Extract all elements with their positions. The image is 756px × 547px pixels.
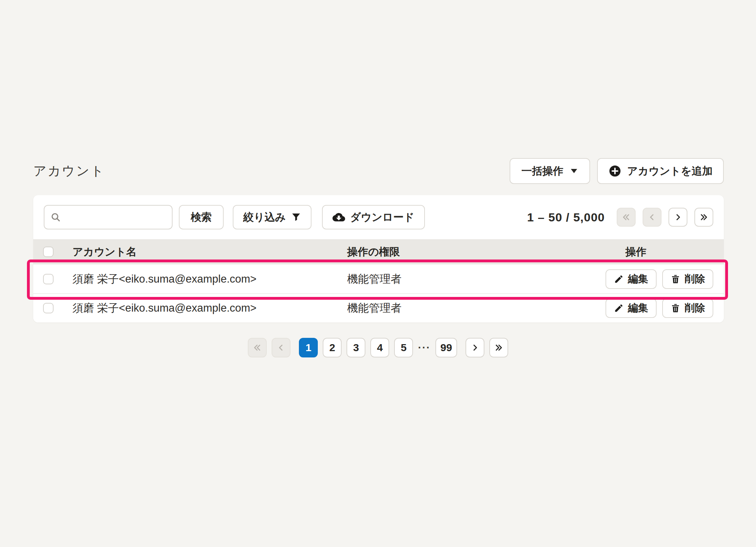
- chevron-down-icon: [570, 168, 578, 174]
- delete-button[interactable]: 削除: [662, 269, 713, 289]
- double-chevron-left-icon: [253, 343, 262, 352]
- filter-button[interactable]: 絞り込み: [233, 205, 312, 229]
- search-button-label: 検索: [191, 212, 212, 222]
- chevron-left-icon: [648, 213, 657, 222]
- bulk-actions-label: 一括操作: [522, 166, 564, 176]
- filter-funnel-icon: [291, 212, 301, 222]
- add-account-button[interactable]: アカウントを追加: [597, 158, 724, 184]
- account-name-cell: 須磨 栄子<eiko.suma@example.com>: [72, 272, 257, 286]
- top-pager: [617, 208, 713, 227]
- page-button-1[interactable]: 1: [299, 338, 318, 357]
- bulk-actions-button[interactable]: 一括操作: [510, 158, 590, 184]
- table-header: アカウント名 操作の権限 操作: [33, 239, 724, 264]
- search-button[interactable]: 検索: [179, 205, 224, 229]
- column-header-permission: 操作の権限: [347, 245, 400, 259]
- header-actions: 一括操作 アカウントを追加: [510, 158, 724, 184]
- download-button[interactable]: ダウンロード: [322, 205, 425, 229]
- table-row: 須磨 栄子<eiko.suma@example.com> 機能管理者 編集 削除: [33, 264, 724, 293]
- search-box: [44, 205, 173, 229]
- page: アカウント 一括操作 アカウントを追加 検索 絞り込み: [0, 0, 756, 547]
- double-chevron-right-icon: [699, 213, 708, 222]
- delete-button-label: 削除: [685, 301, 705, 315]
- table-row: 須磨 栄子<eiko.suma@example.com> 機能管理者 編集 削除: [33, 293, 724, 322]
- account-list-card: 検索 絞り込み ダウンロード 1 – 50 / 5,000: [33, 195, 724, 322]
- delete-button-label: 削除: [685, 272, 705, 286]
- first-page-button[interactable]: [617, 208, 636, 227]
- page-button-4[interactable]: 4: [370, 338, 389, 357]
- page-header: アカウント 一括操作 アカウントを追加: [33, 158, 724, 184]
- last-page-button[interactable]: [489, 338, 508, 357]
- pencil-icon: [614, 303, 624, 313]
- edit-button-label: 編集: [628, 301, 648, 315]
- prev-page-button[interactable]: [272, 338, 290, 357]
- add-account-label: アカウントを追加: [627, 166, 713, 176]
- account-name-cell: 須磨 栄子<eiko.suma@example.com>: [72, 301, 257, 315]
- edit-button[interactable]: 編集: [606, 269, 657, 289]
- next-page-button[interactable]: [668, 208, 687, 227]
- edit-button-label: 編集: [628, 272, 648, 286]
- row-actions: 編集 削除: [606, 269, 713, 289]
- page-button-3[interactable]: 3: [346, 338, 365, 357]
- double-chevron-right-icon: [494, 343, 503, 352]
- prev-page-button[interactable]: [643, 208, 662, 227]
- filter-button-label: 絞り込み: [243, 212, 286, 222]
- search-icon: [50, 212, 61, 223]
- next-page-button[interactable]: [465, 338, 484, 357]
- first-page-button[interactable]: [248, 338, 267, 357]
- chevron-right-icon: [673, 213, 682, 222]
- download-button-label: ダウンロード: [350, 212, 414, 222]
- trash-icon: [671, 303, 680, 313]
- pagination: 1 2 3 4 5 ··· 99: [0, 338, 756, 357]
- double-chevron-left-icon: [622, 213, 631, 222]
- page-button-2[interactable]: 2: [323, 338, 342, 357]
- column-header-account-name: アカウント名: [72, 245, 137, 259]
- edit-button[interactable]: 編集: [606, 298, 657, 318]
- plus-circle-icon: [608, 164, 622, 178]
- page-button-99[interactable]: 99: [435, 338, 457, 357]
- toolbar: 検索 絞り込み ダウンロード 1 – 50 / 5,000: [33, 195, 724, 239]
- permission-cell: 機能管理者: [347, 272, 401, 286]
- chevron-right-icon: [470, 343, 479, 352]
- pagination-ellipsis: ···: [418, 342, 430, 353]
- chevron-left-icon: [276, 343, 286, 352]
- page-button-5[interactable]: 5: [394, 338, 413, 357]
- trash-icon: [671, 274, 680, 284]
- delete-button[interactable]: 削除: [662, 298, 713, 318]
- row-checkbox[interactable]: [43, 274, 54, 284]
- column-header-actions: 操作: [625, 245, 646, 259]
- search-input[interactable]: [65, 211, 166, 223]
- cloud-download-icon: [332, 212, 345, 222]
- pencil-icon: [614, 274, 624, 284]
- row-actions: 編集 削除: [606, 298, 713, 318]
- permission-cell: 機能管理者: [347, 301, 401, 315]
- pagination-range-text: 1 – 50 / 5,000: [527, 211, 605, 224]
- row-checkbox[interactable]: [43, 303, 54, 313]
- last-page-button[interactable]: [694, 208, 713, 227]
- page-title: アカウント: [33, 162, 105, 180]
- select-all-checkbox[interactable]: [43, 247, 54, 257]
